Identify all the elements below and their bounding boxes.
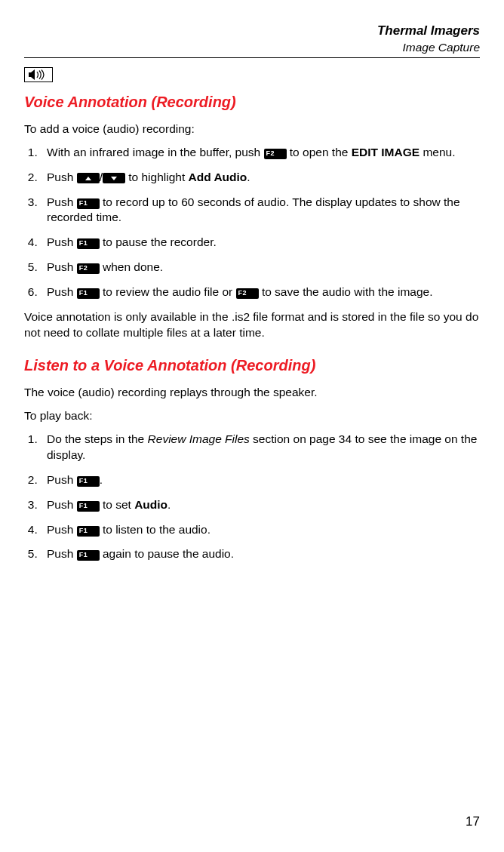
list-item: Do the steps in the Review Image Files s…	[41, 432, 480, 463]
header-subtitle: Image Capture	[24, 40, 480, 56]
list-item: Push F1 to record up to 60 seconds of au…	[41, 195, 480, 226]
section-1-intro: To add a voice (audio) recording:	[24, 121, 480, 137]
section-1-steps: With an infrared image in the buffer, pu…	[24, 145, 480, 300]
list-item: Push F1 again to pause the audio.	[41, 546, 480, 562]
list-item: Push F2 when done.	[41, 260, 480, 275]
f1-key-icon: F1	[77, 550, 100, 561]
section-2-heading: Listen to a Voice Annotation (Recording)	[24, 355, 480, 376]
speaker-icon	[24, 67, 53, 82]
f2-key-icon: F2	[77, 263, 100, 274]
list-item: Push F1 to review the audio file or F2 t…	[41, 285, 480, 300]
up-arrow-key-icon	[77, 173, 100, 183]
list-item: Push / to highlight Add Audio.	[41, 170, 480, 186]
down-arrow-key-icon	[103, 173, 125, 183]
section-1-heading: Voice Annotation (Recording)	[24, 92, 480, 112]
f2-key-icon: F2	[264, 149, 287, 159]
list-item: With an infrared image in the buffer, pu…	[41, 145, 480, 161]
list-item: Push F1 to pause the recorder.	[41, 235, 480, 251]
f1-key-icon: F1	[77, 198, 100, 209]
svg-marker-0	[29, 69, 35, 80]
list-item: Push F1 to set Audio.	[41, 497, 480, 513]
f1-key-icon: F1	[77, 238, 100, 249]
list-item: Push F1.	[41, 472, 480, 488]
section-1-note: Voice annotation is only available in th…	[24, 309, 480, 341]
f2-key-icon: F2	[236, 288, 259, 299]
f1-key-icon: F1	[77, 501, 100, 512]
page-header: Thermal Imagers Image Capture	[24, 23, 480, 58]
f1-key-icon: F1	[77, 526, 100, 537]
section-2-intro-2: To play back:	[24, 408, 480, 424]
header-title: Thermal Imagers	[24, 23, 480, 40]
f1-key-icon: F1	[77, 476, 100, 487]
f1-key-icon: F1	[77, 288, 100, 299]
page-number: 17	[466, 814, 480, 831]
section-2-steps: Do the steps in the Review Image Files s…	[24, 432, 480, 563]
list-item: Push F1 to listen to the audio.	[41, 522, 480, 538]
section-2-intro-1: The voice (audio) recording replays thro…	[24, 385, 480, 401]
